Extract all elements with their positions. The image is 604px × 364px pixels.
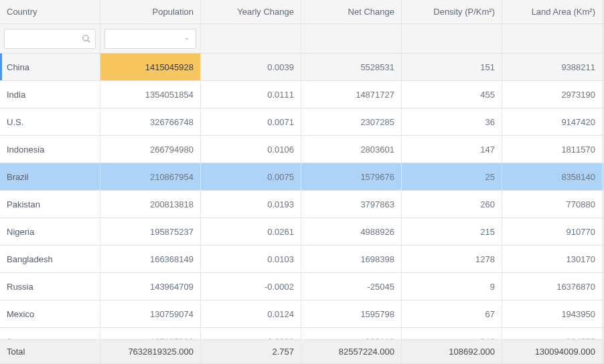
col-header-country[interactable]: Country (0, 0, 100, 23)
table-row[interactable]: Nigeria1958752370.02614988926215910770 (0, 218, 603, 246)
col-header-population[interactable]: Population (100, 0, 201, 23)
cell-yearly-change[interactable]: 0.0075 (201, 163, 301, 190)
search-input[interactable] (9, 33, 82, 43)
cell-country[interactable]: Japan (0, 328, 100, 339)
cell-density[interactable]: 9 (402, 273, 502, 300)
cell-yearly-change[interactable]: -0.0002 (201, 273, 301, 300)
cell-country[interactable]: Russia (0, 273, 100, 300)
cell-land-area[interactable]: 16376870 (502, 273, 603, 300)
cell-density[interactable]: 36 (402, 108, 502, 135)
cell-net-change[interactable]: 5528531 (301, 54, 402, 80)
cell-country[interactable]: China (0, 54, 100, 80)
cell-net-change[interactable]: -25045 (301, 273, 402, 300)
cell-country[interactable]: India (0, 81, 100, 108)
cell-land-area[interactable]: 130170 (502, 246, 603, 272)
cell-population[interactable]: 266794980 (100, 136, 201, 163)
cell-density[interactable]: 151 (402, 54, 502, 80)
cell-country[interactable]: Brazil (0, 163, 100, 190)
cell-density[interactable]: 67 (402, 300, 502, 327)
col-header-density[interactable]: Density (P/Km²) (402, 0, 502, 23)
table-row[interactable]: U.S.3267667480.00712307285369147420 (0, 108, 603, 136)
table-row[interactable]: Indonesia2667949800.01062803601147181157… (0, 136, 603, 163)
cell-net-change[interactable]: -299118 (301, 328, 402, 339)
table-row[interactable]: India13540518540.0111148717274552973190 (0, 81, 603, 108)
cell-country[interactable]: Pakistan (0, 191, 100, 217)
filter-country (0, 24, 100, 53)
cell-land-area[interactable]: 1943950 (502, 300, 603, 327)
cell-country[interactable]: Mexico (0, 300, 100, 327)
cell-land-area[interactable]: 2973190 (502, 81, 603, 108)
cell-yearly-change[interactable]: 0.0103 (201, 246, 301, 272)
search-icon[interactable] (82, 34, 91, 43)
cell-land-area[interactable]: 1811570 (502, 136, 603, 163)
cell-yearly-change[interactable]: 0.0124 (201, 300, 301, 327)
filter-row (0, 24, 603, 54)
cell-net-change[interactable]: 1579676 (301, 163, 402, 190)
table-row[interactable]: Bangladesh1663681490.0103169839812781301… (0, 246, 603, 273)
population-filter-dropdown[interactable] (104, 29, 196, 49)
cell-yearly-change[interactable]: 0.0039 (201, 54, 301, 80)
cell-country[interactable]: Indonesia (0, 136, 100, 163)
data-grid: Country Population Yearly Change Net Cha… (0, 0, 604, 364)
cell-land-area[interactable]: 910770 (502, 218, 603, 245)
table-row[interactable]: Pakistan2008138180.01933797863260770880 (0, 191, 603, 218)
cell-density[interactable]: 349 (402, 328, 502, 339)
svg-line-1 (88, 39, 90, 42)
cell-yearly-change[interactable]: -0.0023 (201, 328, 301, 339)
cell-net-change[interactable]: 1595798 (301, 300, 402, 327)
selection-bar (0, 54, 2, 80)
svg-point-0 (83, 35, 88, 40)
table-row[interactable]: Russia143964709-0.0002-25045916376870 (0, 273, 603, 300)
cell-density[interactable]: 260 (402, 191, 502, 217)
col-header-net-change[interactable]: Net Change (301, 0, 402, 23)
cell-land-area[interactable]: 770880 (502, 191, 603, 217)
cell-land-area[interactable]: 364555 (502, 328, 603, 339)
cell-net-change[interactable]: 4988926 (301, 218, 402, 245)
footer-row: Total 7632819325.000 2.757 82557224.000 … (0, 339, 603, 363)
cell-density[interactable]: 25 (402, 163, 502, 190)
cell-population[interactable]: 127185332 (100, 328, 201, 339)
cell-yearly-change[interactable]: 0.0106 (201, 136, 301, 163)
cell-population[interactable]: 200813818 (100, 191, 201, 217)
table-row[interactable]: China14150459280.003955285311519388211 (0, 54, 603, 81)
table-row[interactable]: Brazil2108679540.00751579676258358140 (0, 163, 603, 191)
cell-density[interactable]: 215 (402, 218, 502, 245)
footer-density: 108692.000 (402, 340, 502, 363)
col-header-land-area[interactable]: Land Area (Km²) (502, 0, 603, 23)
table-row[interactable]: Mexico1307590740.01241595798671943950 (0, 300, 603, 328)
filter-net-change (301, 24, 402, 53)
cell-population[interactable]: 326766748 (100, 108, 201, 135)
cell-country[interactable]: U.S. (0, 108, 100, 135)
cell-density[interactable]: 455 (402, 81, 502, 108)
cell-population[interactable]: 1415045928 (100, 54, 201, 80)
cell-land-area[interactable]: 8358140 (502, 163, 603, 190)
cell-density[interactable]: 1278 (402, 246, 502, 272)
cell-net-change[interactable]: 2307285 (301, 108, 402, 135)
cell-land-area[interactable]: 9388211 (502, 54, 603, 80)
grid-body[interactable]: China14150459280.003955285311519388211In… (0, 54, 603, 339)
cell-population[interactable]: 195875237 (100, 218, 201, 245)
cell-net-change[interactable]: 1698398 (301, 246, 402, 272)
cell-yearly-change[interactable]: 0.0071 (201, 108, 301, 135)
cell-net-change[interactable]: 14871727 (301, 81, 402, 108)
cell-yearly-change[interactable]: 0.0261 (201, 218, 301, 245)
cell-land-area[interactable]: 9147420 (502, 108, 603, 135)
cell-yearly-change[interactable]: 0.0193 (201, 191, 301, 217)
cell-country[interactable]: Bangladesh (0, 246, 100, 272)
footer-land-area: 130094009.000 (502, 340, 603, 363)
cell-net-change[interactable]: 3797863 (301, 191, 402, 217)
cell-population[interactable]: 130759074 (100, 300, 201, 327)
cell-population[interactable]: 210867954 (100, 163, 201, 190)
cell-population[interactable]: 166368149 (100, 246, 201, 272)
filter-population (100, 24, 201, 53)
cell-net-change[interactable]: 2803601 (301, 136, 402, 163)
cell-yearly-change[interactable]: 0.0111 (201, 81, 301, 108)
cell-population[interactable]: 143964709 (100, 273, 201, 300)
cell-density[interactable]: 147 (402, 136, 502, 163)
cell-population[interactable]: 1354051854 (100, 81, 201, 108)
footer-label: Total (0, 340, 100, 363)
table-row[interactable]: Japan127185332-0.0023-299118349364555 (0, 328, 603, 339)
footer-net-change: 82557224.000 (301, 340, 402, 363)
cell-country[interactable]: Nigeria (0, 218, 100, 245)
col-header-yearly-change[interactable]: Yearly Change (201, 0, 301, 23)
